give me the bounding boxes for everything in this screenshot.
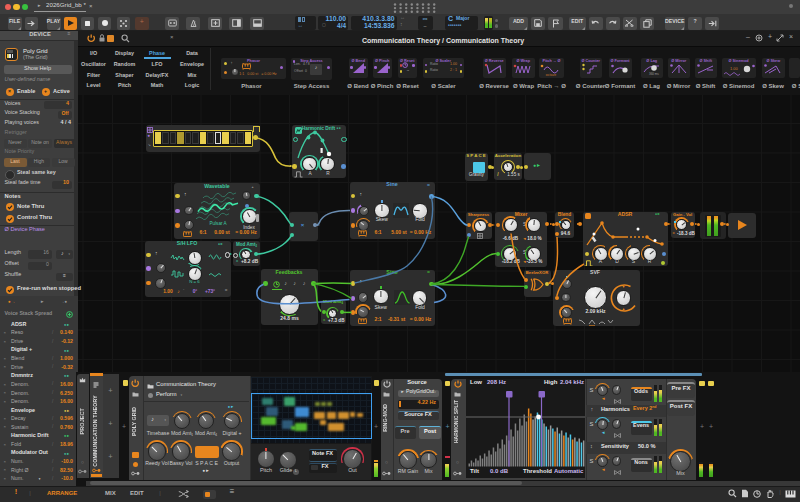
svg-text:1.00: 1.00 [730,66,739,71]
svg-text:octave: octave [546,72,556,76]
svg-text:360 ms: 360 ms [649,72,659,76]
